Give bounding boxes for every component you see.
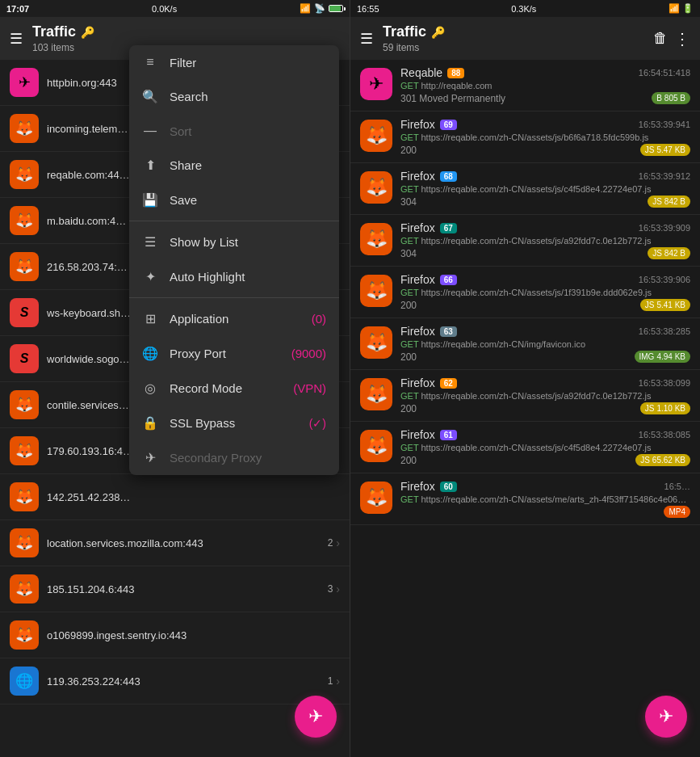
size-badge: MP4: [664, 506, 690, 518]
arrow-icon: ›: [336, 582, 340, 595]
right-time: 16:55: [357, 4, 379, 14]
detail-app-name: Firefox 69: [400, 118, 457, 131]
item-icon: 🦊: [10, 528, 39, 557]
menu-item-auto-highlight[interactable]: ✦ Auto Highlight: [129, 259, 339, 294]
detail-url: GET https://reqable.com/zh-CN/assets/js/…: [400, 236, 690, 246]
item-count: 1: [328, 675, 333, 687]
list-icon: ☰: [142, 234, 158, 250]
delete-button[interactable]: 🗑: [653, 30, 668, 47]
item-icon: 🦊: [10, 160, 39, 189]
list-item[interactable]: 🦊 location.services.mozilla.com:443 2 ›: [0, 520, 350, 566]
left-status-icons: 📶 📡: [300, 3, 343, 14]
detail-item[interactable]: 🦊 Firefox 68 16:53:39:912 GET https://re…: [350, 163, 700, 215]
menu-item-share[interactable]: ⬆ Share: [129, 148, 339, 183]
save-icon: 💾: [142, 192, 158, 208]
left-menu-icon[interactable]: ☰: [10, 30, 23, 48]
detail-app-name: Firefox 67: [400, 221, 457, 234]
detail-url: GET https://reqable.com/zh-CN/assets/js/…: [400, 391, 690, 401]
detail-icon: 🦊: [360, 482, 392, 514]
detail-status: 200: [400, 403, 417, 414]
detail-item[interactable]: 🦊 Firefox 60 16:5… GET https://reqable.c…: [350, 473, 700, 525]
menu-item-filter[interactable]: ≡ Filter: [129, 45, 339, 79]
detail-content: Firefox 60 16:5… GET https://reqable.com…: [400, 480, 690, 518]
detail-footer: 304 JS 842 B: [400, 196, 690, 208]
detail-icon: 🦊: [360, 430, 392, 462]
item-icon: 🦊: [10, 620, 39, 650]
detail-time: 16:53:38:085: [639, 430, 690, 439]
menu-item-record-mode[interactable]: ◎ Record Mode (VPN): [129, 371, 339, 406]
ssl-icon: 🔒: [142, 415, 158, 431]
battery-icon: [329, 5, 343, 12]
detail-item[interactable]: 🦊 Firefox 69 16:53:39:941 GET https://re…: [350, 111, 700, 163]
detail-url: GET https://reqable.com/zh-CN/img/favico…: [400, 339, 690, 349]
detail-item[interactable]: ✈ Reqable 88 16:54:51:418 GET http://req…: [350, 60, 700, 111]
size-badge: IMG 4.94 KB: [635, 351, 690, 363]
right-traffic-list[interactable]: ✈ Reqable 88 16:54:51:418 GET http://req…: [350, 60, 700, 757]
menu-item-secondary-proxy[interactable]: ✈ Secondary Proxy: [129, 440, 339, 475]
right-fab[interactable]: ✈: [645, 696, 687, 738]
size-badge: JS 5.47 KB: [640, 144, 690, 156]
menu-item-application[interactable]: ⊞ Application (0): [129, 301, 339, 336]
detail-app-name: Reqable 88: [400, 66, 464, 79]
menu-item-sort[interactable]: — Sort: [129, 114, 339, 148]
item-icon: 🦊: [10, 206, 39, 235]
detail-badge: 67: [440, 223, 457, 233]
detail-time: 16:53:39:909: [639, 223, 690, 233]
right-title-area: Traffic 🔑 59 items: [383, 23, 643, 53]
app-icon: ⊞: [142, 311, 158, 326]
detail-header: Firefox 68 16:53:39:912: [400, 170, 690, 183]
menu-item-search[interactable]: 🔍 Search: [129, 79, 339, 114]
detail-badge: 68: [440, 171, 457, 182]
item-icon: S: [10, 298, 39, 327]
detail-time: 16:53:38:285: [639, 326, 690, 336]
detail-badge: 61: [440, 430, 457, 440]
right-panel: 16:55 0.3K/s 📶 🔋 ☰ Traffic 🔑 59 items 🗑 …: [350, 0, 700, 757]
detail-app-name: Firefox 68: [400, 170, 457, 183]
size-badge: JS 842 B: [648, 196, 690, 208]
left-app-title: Traffic 🔑: [32, 23, 340, 40]
highlight-icon: ✦: [142, 269, 158, 284]
item-icon: 🦊: [10, 114, 39, 143]
detail-content: Reqable 88 16:54:51:418 GET http://reqab…: [400, 66, 690, 104]
detail-url: GET http://reqable.com: [400, 81, 690, 90]
detail-item[interactable]: 🦊 Firefox 66 16:53:39:906 GET https://re…: [350, 267, 700, 318]
menu-item-proxy-port[interactable]: 🌐 Proxy Port (9000): [129, 336, 339, 371]
list-item[interactable]: 🦊 185.151.204.6:443 3 ›: [0, 566, 350, 612]
detail-header: Firefox 61 16:53:38:085: [400, 428, 690, 441]
detail-header: Firefox 66 16:53:39:906: [400, 273, 690, 286]
right-status-bar: 16:55 0.3K/s 📶 🔋: [350, 0, 700, 17]
arrow-icon: ›: [336, 536, 340, 549]
item-icon: 🦊: [10, 574, 39, 603]
menu-item-save[interactable]: 💾 Save: [129, 183, 339, 217]
item-icon: 🦊: [10, 482, 39, 511]
detail-item[interactable]: 🦊 Firefox 67 16:53:39:909 GET https://re…: [350, 215, 700, 267]
menu-item-ssl-bypass[interactable]: 🔒 SSL Bypass (✓): [129, 406, 339, 440]
right-fab-icon: ✈: [659, 706, 673, 727]
detail-item[interactable]: 🦊 Firefox 61 16:53:38:085 GET https://re…: [350, 422, 700, 473]
arrow-icon: ›: [336, 675, 340, 688]
detail-content: Firefox 62 16:53:38:099 GET https://reqa…: [400, 376, 690, 414]
left-time: 17:07: [6, 4, 29, 14]
detail-item[interactable]: 🦊 Firefox 62 16:53:38:099 GET https://re…: [350, 370, 700, 422]
detail-url: GET https://reqable.com/zh-CN/assets/js/…: [400, 288, 690, 297]
list-item[interactable]: 🦊 142.251.42.238…: [0, 474, 350, 520]
list-item[interactable]: 🦊 o1069899.ingest.sentry.io:443: [0, 612, 350, 658]
menu-item-show-by-list[interactable]: ☰ Show by List: [129, 225, 339, 259]
right-content: ✈ Reqable 88 16:54:51:418 GET http://req…: [350, 60, 700, 757]
detail-url: GET https://reqable.com/zh-CN/assets/js/…: [400, 443, 690, 452]
proxy-badge: (9000): [291, 347, 326, 360]
detail-app-name: Firefox 60: [400, 480, 457, 493]
menu-divider: [129, 297, 339, 298]
list-item[interactable]: 🌐 119.36.253.224:443 1 ›: [0, 658, 350, 704]
more-button[interactable]: ⋮: [674, 29, 690, 48]
item-count: 2: [328, 537, 333, 549]
size-badge: B 805 B: [652, 92, 690, 104]
right-menu-icon[interactable]: ☰: [360, 30, 373, 48]
size-badge: JS 65.62 KB: [635, 454, 690, 466]
left-speed: 0.0K/s: [152, 4, 177, 14]
left-fab[interactable]: ✈: [295, 696, 337, 738]
detail-status: 304: [400, 196, 417, 208]
detail-header: Reqable 88 16:54:51:418: [400, 66, 690, 79]
detail-footer: 200 IMG 4.94 KB: [400, 351, 690, 363]
detail-item[interactable]: 🦊 Firefox 63 16:53:38:285 GET https://re…: [350, 318, 700, 370]
